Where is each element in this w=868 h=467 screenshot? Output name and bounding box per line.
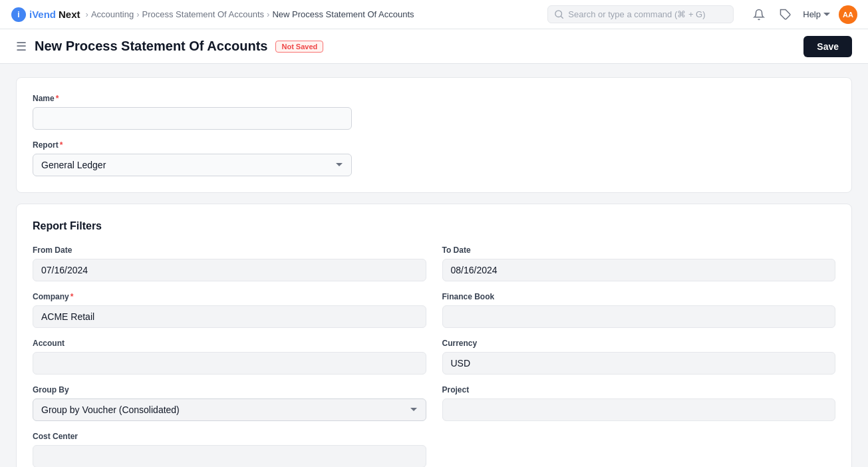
to-date-field: To Date [442, 245, 836, 281]
app-logo[interactable]: i iVendNext [11, 7, 80, 23]
page-header: ☰ New Process Statement Of Accounts Not … [0, 29, 868, 64]
name-label: Name* [33, 94, 835, 103]
basic-info-card: Name* Report* General Ledger [16, 77, 852, 193]
search-icon [555, 10, 564, 19]
hamburger-menu[interactable]: ☰ [16, 39, 27, 54]
group-by-field: Group By Group by Voucher (Consolidated) [33, 385, 426, 421]
project-input[interactable] [442, 398, 836, 421]
search-placeholder: Search or type a command (⌘ + G) [568, 9, 705, 19]
svg-point-2 [555, 10, 562, 17]
from-date-field: From Date [33, 245, 426, 281]
from-date-label: From Date [33, 245, 426, 255]
account-input[interactable] [33, 352, 426, 375]
filters-grid: From Date To Date Company* Finance Book [33, 245, 835, 467]
report-filters-card: Report Filters From Date To Date Company… [16, 204, 852, 467]
company-field: Company* [33, 292, 426, 328]
cost-center-input[interactable] [33, 445, 426, 467]
name-input[interactable] [33, 107, 352, 130]
company-input[interactable] [33, 305, 426, 328]
save-button[interactable]: Save [803, 36, 852, 57]
cost-center-label: Cost Center [33, 432, 426, 441]
breadcrumb-new-process[interactable]: New Process Statement Of Accounts [272, 9, 414, 19]
finance-book-field: Finance Book [442, 292, 836, 328]
breadcrumb-process-statement[interactable]: Process Statement Of Accounts [142, 9, 265, 19]
breadcrumb-sep-0: › [86, 9, 88, 19]
logo-icon: i [11, 7, 27, 23]
group-by-label: Group By [33, 385, 426, 394]
to-date-input[interactable] [442, 259, 836, 281]
breadcrumb-sep-2: › [267, 9, 269, 19]
company-label: Company* [33, 292, 426, 301]
project-label: Project [442, 385, 836, 394]
help-label: Help [803, 9, 821, 19]
currency-field: Currency [442, 339, 836, 375]
svg-text:i: i [17, 10, 19, 19]
currency-input[interactable] [442, 352, 836, 375]
report-field-group: Report* General Ledger [33, 140, 835, 176]
report-filters-title: Report Filters [33, 220, 835, 232]
breadcrumb: › Accounting › Process Statement Of Acco… [86, 9, 414, 19]
cost-center-field: Cost Center [33, 432, 426, 467]
svg-line-3 [561, 16, 563, 19]
main-content: Name* Report* General Ledger Report Filt… [0, 64, 868, 467]
to-date-label: To Date [442, 245, 836, 255]
finance-book-label: Finance Book [442, 292, 836, 301]
account-label: Account [33, 339, 426, 348]
breadcrumb-sep-1: › [136, 9, 139, 19]
help-btn[interactable]: Help [803, 9, 831, 19]
breadcrumb-accounting[interactable]: Accounting [91, 9, 134, 19]
report-select[interactable]: General Ledger [33, 154, 352, 176]
search-bar[interactable]: Search or type a command (⌘ + G) [547, 5, 734, 23]
name-field-group: Name* [33, 94, 835, 130]
currency-label: Currency [442, 339, 836, 348]
navbar-right: Help AA [750, 5, 857, 24]
report-label: Report* [33, 140, 835, 150]
not-saved-badge: Not Saved [275, 41, 323, 53]
tag-btn[interactable] [776, 5, 795, 24]
from-date-input[interactable] [33, 259, 426, 281]
help-chevron-icon [823, 11, 831, 19]
navbar: i iVendNext › Accounting › Process State… [0, 0, 868, 29]
name-required: * [56, 94, 59, 103]
report-required: * [60, 140, 63, 150]
project-field: Project [442, 385, 836, 421]
logo-ivend: iVend [29, 9, 56, 20]
notification-btn[interactable] [750, 5, 768, 24]
logo-next: Next [59, 9, 80, 20]
avatar[interactable]: AA [839, 5, 857, 24]
finance-book-input[interactable] [442, 305, 836, 328]
account-field: Account [33, 339, 426, 375]
company-required: * [71, 292, 74, 301]
group-by-select[interactable]: Group by Voucher (Consolidated) [33, 398, 426, 421]
page-title: New Process Statement Of Accounts [35, 39, 267, 54]
